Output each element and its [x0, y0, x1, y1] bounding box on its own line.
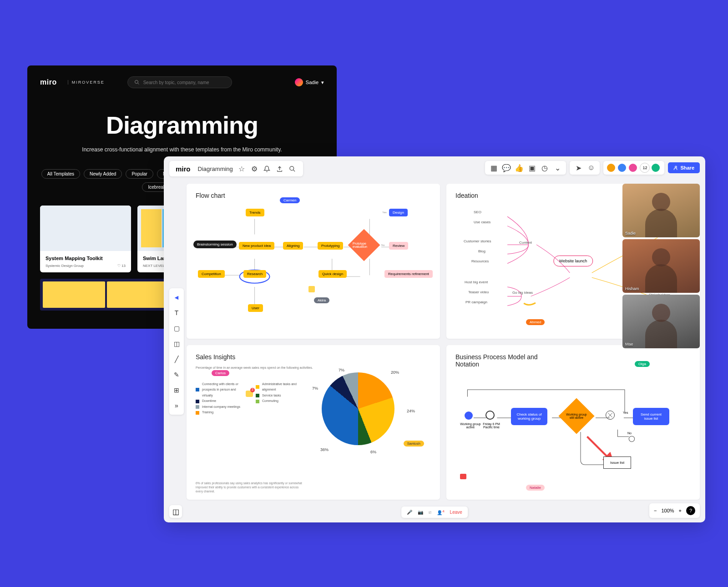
sticky-note-tool[interactable]: ▢	[172, 324, 181, 333]
search-input[interactable]	[143, 80, 225, 85]
share-button[interactable]: Share	[668, 162, 700, 173]
bpmn-task[interactable]: Check status of working group	[511, 408, 547, 425]
mindmap-leaf[interactable]: Blog	[478, 249, 485, 253]
select-tool[interactable]: ◄	[172, 293, 181, 302]
pointer-tools: ➤ ☺	[570, 161, 600, 175]
line-tool[interactable]: ╱	[172, 355, 181, 364]
frame-sales-insights[interactable]: Sales Insights Percentage of time in an …	[187, 345, 440, 500]
frame-tool[interactable]: ⊞	[172, 386, 181, 395]
node-competition[interactable]: Competition	[198, 270, 225, 278]
node-user[interactable]: User	[248, 304, 263, 312]
search-icon[interactable]	[288, 165, 297, 173]
zoom-level[interactable]: 100%	[661, 508, 674, 513]
bpmn-start-event[interactable]	[465, 411, 473, 420]
template-card[interactable]: System Mapping Toolkit Systemic Design G…	[40, 206, 131, 272]
camera-icon[interactable]: 📷	[418, 510, 423, 515]
collaborator-avatars[interactable]: 12	[603, 161, 664, 175]
node-idea[interactable]: New product idea	[239, 242, 274, 250]
bpmn-gateway[interactable]: Working group still active	[558, 398, 594, 434]
participants-icon[interactable]: 👤4	[437, 509, 444, 515]
frame-bpmn[interactable]: Business Process Model and Notation Work…	[446, 345, 700, 500]
node-aligning[interactable]: Aligning	[283, 242, 303, 250]
card-thumbnail	[40, 206, 131, 251]
mindmap-hub[interactable]: Content	[519, 241, 532, 245]
cursor-ahmed: Ahmed	[526, 319, 545, 325]
bell-icon[interactable]	[263, 165, 271, 173]
bpmn-end-event[interactable]	[606, 411, 615, 420]
comment-icon[interactable]: 💬	[502, 164, 511, 172]
mic-icon[interactable]: 🎤	[407, 510, 412, 515]
call-controls: 🎤 📷 ⎚ 👤4 Leave	[401, 507, 468, 518]
cursor-olga: Olga	[635, 361, 650, 367]
present-icon[interactable]: ▣	[528, 164, 536, 172]
pie-label: 6%	[370, 450, 376, 454]
thumbs-up-icon[interactable]: 👍	[515, 164, 523, 172]
board-name[interactable]: Diagramming	[198, 166, 233, 172]
reactions-icon[interactable]: ☺	[587, 164, 595, 172]
mindmap-center[interactable]: Website launch	[553, 256, 593, 266]
mindmap-leaf[interactable]: Teaser video	[468, 290, 489, 294]
zoom-out-button[interactable]: −	[654, 508, 657, 513]
node-design[interactable]: Design	[389, 209, 408, 216]
cursor-carlos: Carlos	[212, 370, 229, 376]
bpmn-task-send[interactable]: Send current issue list	[633, 408, 669, 425]
zoom-in-button[interactable]: +	[679, 508, 682, 513]
mindmap-leaf[interactable]: Host big event	[465, 280, 488, 284]
pen-tool[interactable]: ✎	[172, 370, 181, 379]
node-review[interactable]: Review	[389, 242, 408, 250]
legend-item: Internal company meetings	[196, 404, 248, 410]
panel-toggle[interactable]: ◫	[169, 505, 182, 518]
frame-flowchart[interactable]: Flow chart Brainstorming session Trends …	[187, 184, 440, 339]
settings-icon[interactable]: ⚙	[250, 165, 258, 173]
mindmap-leaf[interactable]: SEO	[474, 210, 481, 214]
person-icon	[673, 166, 678, 171]
video-tile[interactable]: Sadie	[622, 184, 700, 237]
leave-button[interactable]: Leave	[450, 510, 462, 515]
help-button[interactable]: ?	[686, 506, 695, 515]
screenshare-icon[interactable]: ⎚	[429, 510, 431, 515]
video-tile[interactable]: Mae	[622, 295, 700, 348]
cursor-santosh: Santosh	[404, 441, 424, 447]
bpmn-data-object[interactable]: Issue list	[603, 457, 631, 469]
mindmap-leaf[interactable]: Customer stories	[464, 239, 491, 243]
user-name: Sadie	[306, 80, 318, 85]
cursor-icon[interactable]: ➤	[574, 164, 582, 172]
export-icon[interactable]	[276, 165, 284, 173]
timer-icon[interactable]: ◷	[541, 164, 549, 172]
bpmn-label: Friday 6 PM Pacific time	[480, 422, 503, 429]
avatar	[295, 78, 303, 86]
shape-tool[interactable]: ◫	[172, 339, 181, 348]
svg-point-5	[675, 166, 677, 168]
chevron-down-icon[interactable]: ⌄	[553, 164, 561, 172]
category-chip[interactable]: Newly Added	[84, 169, 122, 179]
miro-logo[interactable]: miro	[176, 165, 191, 173]
chevron-down-icon: ▾	[321, 80, 324, 85]
more-tools[interactable]: »	[172, 401, 181, 410]
category-chip[interactable]: All Templates	[41, 169, 80, 179]
bpmn-timer-event[interactable]	[485, 411, 495, 420]
note-icon[interactable]: ▦	[490, 164, 498, 172]
mindmap-leaf[interactable]: PR campaign	[465, 300, 487, 304]
user-menu[interactable]: Sadie ▾	[295, 78, 324, 86]
mindmap-leaf[interactable]: Resources	[471, 259, 489, 263]
comment-icon[interactable]	[460, 474, 466, 479]
search-bar[interactable]	[127, 76, 232, 88]
hero: Diagramming Increase cross-functional al…	[40, 111, 324, 154]
comment-icon[interactable]: 2	[246, 391, 253, 397]
node-evaluation[interactable]: Prototype evaluation	[348, 229, 380, 261]
text-tool[interactable]: T	[172, 308, 181, 317]
node-brainstorm[interactable]: Brainstorming session	[193, 241, 237, 248]
node-research[interactable]: Research	[243, 270, 266, 278]
node-prototyping[interactable]: Prototyping	[318, 242, 343, 250]
node-quickdesign[interactable]: Quick design	[318, 270, 347, 278]
node-trends[interactable]: Trends	[246, 209, 264, 216]
video-tile[interactable]: Hisham	[622, 239, 700, 293]
star-icon[interactable]: ☆	[238, 165, 246, 173]
mindmap-hub[interactable]: Go big ideas	[512, 291, 533, 295]
cursor-natalie: Natalie	[526, 485, 545, 491]
node-refine[interactable]: Requirements refinement	[384, 270, 433, 278]
comment-icon[interactable]	[308, 286, 315, 292]
mindmap-leaf[interactable]: Use cases	[474, 220, 490, 224]
pie-chart[interactable]	[322, 372, 394, 445]
category-chip[interactable]: Popular	[126, 169, 153, 179]
